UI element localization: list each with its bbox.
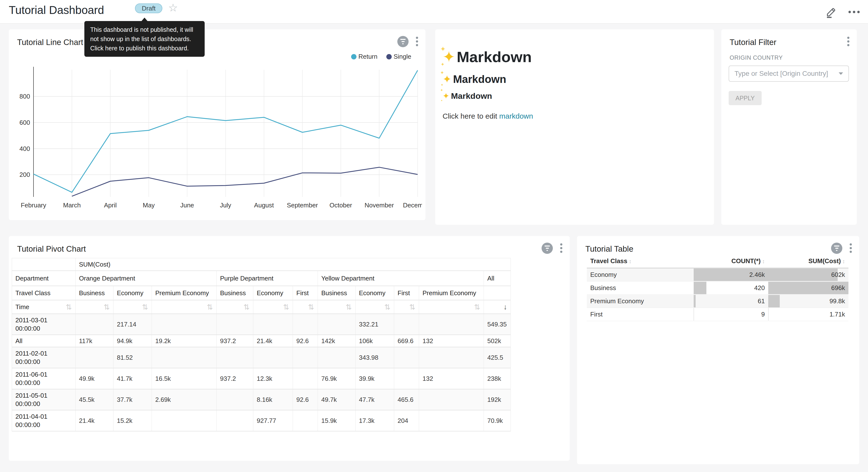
chart-menu-icon[interactable] — [849, 242, 853, 254]
markdown-h2: ✦✦✦Markdown — [442, 73, 506, 85]
x-axis-tick: March — [63, 202, 81, 209]
page-title: Tutorial Dashboard — [9, 3, 104, 17]
pivot-value-cell — [419, 347, 484, 368]
edit-pencil-icon[interactable] — [825, 6, 838, 18]
filter-scope-icon[interactable] — [831, 243, 842, 254]
pivot-value-cell: 343.98 — [355, 347, 394, 368]
pivot-value-cell — [419, 314, 484, 335]
origin-country-select[interactable]: Type or Select [Origin Country] — [728, 65, 849, 82]
sort-icon[interactable]: ⇅ — [244, 303, 250, 311]
filter-scope-icon[interactable] — [541, 243, 553, 254]
pivot-class-header: First — [394, 286, 419, 300]
pivot-value-cell: 192k — [484, 389, 511, 410]
pivot-value-cell — [217, 389, 253, 410]
sort-icon[interactable]: ⇅ — [142, 303, 148, 311]
pivot-row-label: 2011-02-0100:00:00 — [12, 347, 75, 368]
pivot-value-cell — [293, 314, 318, 335]
count-cell: 2.46k — [694, 268, 768, 282]
pivot-value-cell: 45.5k — [75, 389, 114, 410]
sort-icon[interactable]: ↓ — [503, 303, 507, 311]
pivot-value-cell — [318, 347, 355, 368]
sort-icon[interactable]: ⇅ — [283, 303, 289, 311]
pivot-value-cell: 332.21 — [355, 314, 394, 335]
sort-icon[interactable]: ⇅ — [66, 303, 72, 311]
pivot-value-cell — [75, 347, 114, 368]
pivot-value-cell: 669.6 — [394, 335, 419, 347]
count-cell: 9 — [694, 308, 768, 321]
pivot-value-cell: 937.2 — [217, 335, 253, 347]
pivot-value-cell — [253, 314, 293, 335]
pivot-value-cell — [217, 347, 253, 368]
pivot-row-label: 2011-05-0100:00:00 — [12, 389, 75, 410]
chart-menu-icon[interactable] — [415, 36, 419, 47]
table-row: Business420696k — [587, 282, 848, 295]
pivot-value-cell: 21.4k — [75, 410, 114, 432]
pivot-value-cell — [293, 368, 318, 389]
draft-badge[interactable]: Draft — [135, 3, 162, 13]
sparkles-icon: ✦✦✦ — [442, 91, 450, 101]
pivot-value-cell: 19.2k — [152, 335, 217, 347]
pivot-value-cell: 47.7k — [355, 389, 394, 410]
pivot-value-cell — [394, 368, 419, 389]
sort-icon[interactable]: ⇅ — [384, 303, 391, 311]
pivot-value-cell: 76.9k — [318, 368, 355, 389]
x-axis-tick: April — [104, 202, 117, 209]
pivot-sort-cell: ⇅ — [318, 300, 355, 314]
sparkles-icon: ✦✦✦ — [442, 73, 452, 85]
pivot-value-cell: 15.9k — [318, 410, 355, 432]
sort-icon[interactable]: ⇅ — [346, 303, 352, 311]
pivot-class-header: Business — [318, 286, 355, 300]
column-header-count[interactable]: COUNT(*)↕ — [694, 254, 768, 268]
pivot-sort-cell: ⇅ — [152, 300, 217, 314]
legend-item-return[interactable]: Return — [351, 53, 377, 60]
sum-cell: 99.8k — [768, 295, 848, 308]
sort-icon[interactable]: ⇅ — [308, 303, 314, 311]
pivot-sort-cell: ⇅ — [75, 300, 114, 314]
pivot-value-cell: 92.6 — [293, 389, 318, 410]
value-bar — [694, 295, 695, 307]
pivot-value-cell — [152, 347, 217, 368]
pivot-value-cell: 94.9k — [114, 335, 152, 347]
pivot-row-label: All — [12, 335, 75, 347]
sort-icon: ↕ — [762, 258, 765, 264]
legend-item-single[interactable]: Single — [386, 53, 411, 60]
pivot-value-cell — [318, 314, 355, 335]
tooltip-text: This dashboard is not published, it will… — [90, 25, 199, 53]
pivot-table-grid: SUM(Cost)DepartmentOrange DepartmentPurp… — [12, 258, 511, 432]
pivot-value-cell — [217, 314, 253, 335]
column-header-travelclass[interactable]: Travel Class↕ — [587, 254, 694, 268]
sort-icon[interactable]: ⇅ — [207, 303, 213, 311]
pivot-sort-cell: ⇅ — [293, 300, 318, 314]
pivot-class-header: Economy — [355, 286, 394, 300]
pivot-value-cell: 8.16k — [253, 389, 293, 410]
pivot-value-cell: 12.3k — [253, 368, 293, 389]
pivot-row-label: 2011-04-0100:00:00 — [12, 410, 75, 432]
chart-menu-icon[interactable] — [559, 242, 563, 254]
series-line-single — [72, 167, 417, 196]
pivot-value-cell: 132 — [419, 368, 484, 389]
pivot-value-cell: 238k — [484, 368, 511, 389]
count-cell: 61 — [694, 295, 768, 308]
filter-scope-icon[interactable] — [397, 36, 409, 47]
sparkles-icon: ✦✦✦ — [442, 48, 455, 66]
pivot-value-cell: 217.14 — [114, 314, 152, 335]
favorite-star-icon[interactable]: ☆ — [168, 2, 178, 14]
apply-button[interactable]: APPLY — [728, 91, 762, 105]
sort-icon[interactable]: ⇅ — [474, 303, 480, 311]
edit-markdown-link[interactable]: markdown — [499, 112, 533, 120]
x-axis-tick: August — [254, 202, 274, 209]
header-more-icon[interactable] — [848, 11, 860, 13]
sort-icon[interactable]: ⇅ — [409, 303, 415, 311]
pivot-sort-cell: ⇅ — [419, 300, 484, 314]
travel-class-cell: Economy — [587, 268, 694, 282]
pivot-value-cell: 106k — [355, 335, 394, 347]
pivot-class-header: First — [293, 286, 318, 300]
pivot-value-cell: 81.52 — [114, 347, 152, 368]
filter-menu-icon[interactable] — [846, 36, 850, 47]
x-axis-tick: February — [21, 202, 46, 209]
column-header-sumcost[interactable]: SUM(Cost)↕ — [768, 254, 848, 268]
legend-dot — [386, 54, 392, 59]
sort-icon[interactable]: ⇅ — [104, 303, 110, 311]
filter-card-title: Tutorial Filter — [730, 38, 776, 47]
pivot-value-cell: 70.9k — [484, 410, 511, 432]
